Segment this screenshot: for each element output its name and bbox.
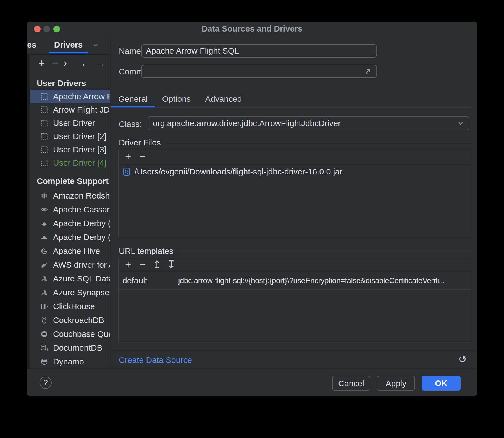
db-icon xyxy=(40,192,48,200)
db-icon xyxy=(40,302,48,311)
toolbar-button[interactable]: + xyxy=(124,258,133,272)
driver-list-item[interactable]: User Driver xyxy=(30,116,110,130)
driver-list-item[interactable]: Apache Hive xyxy=(30,244,110,258)
complete-support-list: Complete Support Amazon Redshift Apache … xyxy=(30,173,110,369)
driver-files-section-header: Driver Files xyxy=(119,138,471,147)
db-icon xyxy=(40,330,48,338)
db-icon xyxy=(40,261,48,269)
url-templates-toolbar: +−↥↧ xyxy=(119,257,471,272)
driver-files-panel: +− /Users/evgenii/Downloads/flight-sql-j… xyxy=(118,149,471,237)
form-tab[interactable]: Options xyxy=(155,92,198,108)
apply-button[interactable]: Apply xyxy=(377,376,415,391)
driver-icon xyxy=(40,132,48,140)
db-icon xyxy=(40,247,48,255)
driver-list-item[interactable]: Apache Derby (Em xyxy=(30,217,110,230)
footer-divider xyxy=(27,369,477,369)
db-icon xyxy=(40,288,48,297)
driver-list-item[interactable]: User Driver [2] xyxy=(30,130,110,143)
sidebar-divider[interactable] xyxy=(110,35,110,369)
jar-file-icon xyxy=(123,168,130,176)
toolbar-button[interactable]: + xyxy=(36,55,47,72)
driver-list-item[interactable]: ClickHouse xyxy=(30,299,110,313)
driver-files-toolbar: +− xyxy=(119,149,471,164)
driver-list-item[interactable]: Azure SQL Datab xyxy=(30,272,110,286)
driver-list-item[interactable]: CockroachDB xyxy=(30,313,110,327)
sidebar-tabbar: es Drivers xyxy=(27,35,110,55)
db-icon xyxy=(40,358,48,366)
tabs-border xyxy=(110,107,471,108)
driver-list-item[interactable]: Apache Cassandr xyxy=(30,203,110,217)
driver-list-item[interactable]: Arrow Flight JDBC xyxy=(30,103,110,116)
toolbar-button[interactable]: ↥ xyxy=(152,258,162,272)
driver-list-item[interactable]: Apache Arrow Fli xyxy=(30,90,110,103)
ok-button[interactable]: OK xyxy=(422,376,461,391)
driver-icon xyxy=(40,159,48,167)
sidebar-edge-strip xyxy=(27,55,31,369)
url-templates-panel: +−↥↧ default jdbc:arrow-flight-sql://{ho… xyxy=(118,257,471,342)
toolbar-button[interactable]: − xyxy=(50,55,61,72)
class-dropdown[interactable]: org.apache.arrow.driver.jdbc.ArrowFlight… xyxy=(148,116,469,130)
minimize-button[interactable] xyxy=(43,26,50,32)
toolbar-button[interactable]: › xyxy=(60,55,71,72)
tab-data-sources-partial[interactable]: es xyxy=(27,35,36,54)
dialog-title: Data Sources and Drivers xyxy=(27,22,477,36)
driver-icon xyxy=(40,119,48,127)
driver-icon xyxy=(40,106,48,114)
toolbar-button[interactable]: + xyxy=(124,150,133,163)
driver-list-item[interactable]: AWS driver for Au xyxy=(30,258,110,272)
cancel-button[interactable]: Cancel xyxy=(332,376,370,391)
template-name-cell[interactable]: default xyxy=(119,272,174,289)
db-icon xyxy=(40,205,48,214)
form-tabs: GeneralOptionsAdvanced xyxy=(111,92,249,108)
comment-input[interactable] xyxy=(141,65,377,78)
name-input[interactable] xyxy=(141,44,377,58)
url-template-row[interactable]: default jdbc:arrow-flight-sql://{host}:{… xyxy=(119,272,471,290)
driver-file-row[interactable]: /Users/evgenii/Downloads/flight-sql-jdbc… xyxy=(119,164,471,179)
db-icon xyxy=(40,316,48,324)
create-divider xyxy=(110,350,477,350)
chevron-down-icon[interactable] xyxy=(92,42,99,48)
name-label: Name: xyxy=(119,46,143,56)
driver-icon xyxy=(40,145,48,154)
toolbar-button[interactable]: − xyxy=(138,150,147,163)
form-tab[interactable]: Advanced xyxy=(198,92,249,108)
user-drivers-header: User Drivers xyxy=(30,77,110,90)
data-sources-dialog: Data Sources and Drivers es Drivers +−›←… xyxy=(27,22,477,396)
toolbar-button[interactable]: − xyxy=(138,258,147,272)
sidebar-toolbar: +−›←→ xyxy=(27,55,110,72)
toolbar-button[interactable]: → xyxy=(95,55,106,72)
help-button[interactable]: ? xyxy=(40,377,52,389)
expand-comment-icon[interactable] xyxy=(363,67,372,76)
create-data-source-link[interactable]: Create Data Source xyxy=(119,355,192,365)
driver-list-item[interactable]: Azure Synapse A xyxy=(30,286,110,299)
form-tab[interactable]: General xyxy=(111,92,155,108)
db-icon xyxy=(40,344,48,352)
active-tab-underline xyxy=(49,52,88,53)
db-icon xyxy=(40,233,48,241)
driver-list-item[interactable]: Dynamo xyxy=(30,355,110,369)
db-icon xyxy=(40,219,48,228)
undo-icon[interactable]: ↺ xyxy=(456,353,469,365)
toolbar-button[interactable]: ← xyxy=(80,55,91,72)
template-url-cell[interactable]: jdbc:arrow-flight-sql://{host}:{port}\?u… xyxy=(174,272,471,289)
toolbar-button[interactable]: ↧ xyxy=(167,258,176,272)
driver-list-item[interactable]: DocumentDB xyxy=(30,341,110,355)
driver-icon xyxy=(40,92,48,101)
titlebar: Data Sources and Drivers xyxy=(27,22,477,35)
driver-list-item[interactable]: Couchbase Query xyxy=(30,327,110,341)
driver-list-item[interactable]: User Driver [3] xyxy=(30,143,110,156)
user-drivers-list: User Drivers Apache Arrow Fli Arrow Flig… xyxy=(30,77,110,170)
close-button[interactable] xyxy=(34,26,41,32)
chevron-down-icon xyxy=(457,120,464,127)
db-icon xyxy=(40,275,48,283)
driver-list-item[interactable]: Amazon Redshift xyxy=(30,189,110,203)
zoom-button[interactable] xyxy=(53,26,60,32)
driver-list-item[interactable]: User Driver [4] xyxy=(30,156,110,170)
driver-list-item[interactable]: Apache Derby (Re xyxy=(30,230,110,244)
class-label: Class: xyxy=(119,119,142,129)
class-value: org.apache.arrow.driver.jdbc.ArrowFlight… xyxy=(153,119,457,128)
url-templates-section-header: URL templates xyxy=(119,246,471,256)
complete-support-header: Complete Support xyxy=(30,173,110,189)
